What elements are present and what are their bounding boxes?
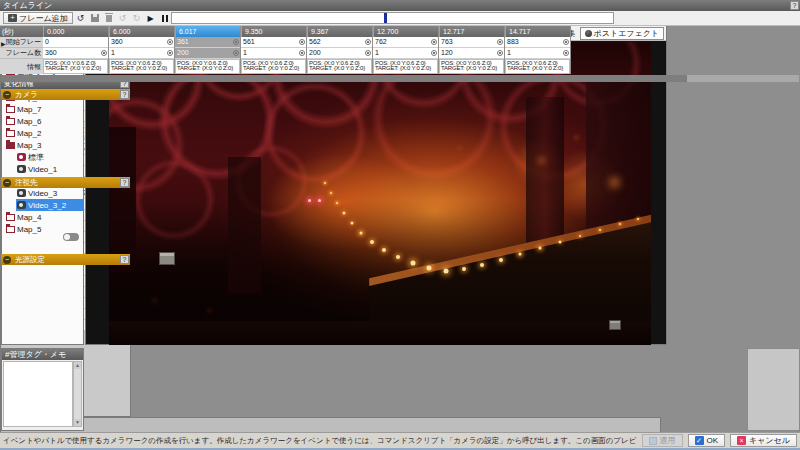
tree-item[interactable]: Map_3	[2, 139, 83, 151]
frame-count-cell[interactable]: 200	[307, 48, 372, 59]
info-cell[interactable]: POS: {X:0 Y:0.6 Z:0} TARGET: {X:0 Y:0 Z:…	[308, 60, 371, 73]
help-button[interactable]: ?	[120, 178, 129, 187]
history-button[interactable]: ↺	[75, 12, 87, 24]
tree-item-label: 標準	[28, 152, 44, 163]
start-frame-cell[interactable]: 0	[43, 37, 108, 48]
clock-icon[interactable]	[431, 50, 437, 56]
timeline-column: 12.717 763 120 POS: {X:0 Y:0.6 Z:0} TARG…	[439, 26, 505, 74]
tree-item[interactable]: Map_4	[2, 211, 83, 223]
play-button[interactable]: ▶	[145, 12, 157, 24]
start-frame-cell[interactable]: 562	[307, 37, 372, 48]
video-camera-icon	[17, 201, 26, 209]
tree-item[interactable]: Map_6	[2, 115, 83, 127]
folder-icon	[6, 226, 15, 233]
start-frame-cell[interactable]: 360	[109, 37, 174, 48]
collapse-icon[interactable]	[3, 91, 11, 99]
undo-button[interactable]: ↺	[117, 12, 129, 24]
frame-count-cell[interactable]: 1	[373, 48, 438, 59]
collapse-icon[interactable]	[3, 179, 11, 187]
info-cell[interactable]: POS: {X:0 Y:0.6 Z:0} TARGET: {X:0 Y:0 Z:…	[440, 60, 503, 73]
column-time-header[interactable]: 12.717	[439, 26, 504, 37]
scroll-up-icon[interactable]: ▲	[74, 362, 81, 369]
tree-item[interactable]: 標準	[2, 151, 83, 163]
light-section-header[interactable]: 光源設定?	[1, 254, 130, 265]
frame-count-cell[interactable]: 360	[43, 48, 108, 59]
clock-icon[interactable]	[167, 39, 173, 45]
clock-icon[interactable]	[497, 50, 503, 56]
tree-item[interactable]: Map_2	[2, 127, 83, 139]
start-frame-cell[interactable]: 763	[439, 37, 504, 48]
memo-textarea[interactable]	[3, 361, 73, 427]
save-button[interactable]	[89, 12, 101, 24]
help-button[interactable]: ?	[120, 90, 129, 99]
tree-item-label: Video_1	[28, 165, 57, 174]
column-time-header[interactable]: 6.017	[175, 26, 240, 37]
memo-scrollbar[interactable]: ▲ ▼	[73, 361, 82, 427]
frame-count-cell[interactable]: 1	[505, 48, 570, 59]
timeline-header: タイムライン?	[0, 0, 800, 11]
frame-count-cell[interactable]: 200	[175, 48, 240, 59]
scroll-down-icon[interactable]: ▼	[74, 419, 81, 426]
tree-item[interactable]: Map_7	[2, 103, 83, 115]
info-cell[interactable]: POS: {X:0 Y:0.6 Z:0} TARGET: {X:0 Y:0 Z:…	[44, 60, 107, 73]
cancel-button[interactable]: キャンセル	[730, 434, 797, 447]
help-button[interactable]: ?	[790, 1, 799, 10]
toggle-switch[interactable]	[63, 233, 79, 241]
info-cell[interactable]: POS: {X:0 Y:0.6 Z:0} TARGET: {X:0 Y:0 Z:…	[506, 60, 569, 73]
clock-icon[interactable]	[233, 50, 239, 56]
clock-icon[interactable]	[167, 50, 173, 56]
timeline-horizontal-scrollbar[interactable]	[1, 75, 799, 82]
ok-button[interactable]: OK	[688, 434, 726, 447]
folder-icon	[6, 214, 15, 221]
preview-canvas[interactable]	[86, 41, 666, 344]
start-frame-cell[interactable]: 561	[241, 37, 306, 48]
scene-floor	[109, 321, 651, 345]
clock-icon[interactable]	[365, 50, 371, 56]
camera-section-header[interactable]: カメラ?	[1, 89, 130, 100]
playhead[interactable]	[384, 13, 387, 23]
column-time-header[interactable]: 0.000	[43, 26, 108, 37]
tree-item[interactable]: Video_1	[2, 163, 83, 175]
info-cell[interactable]: POS: {X:0 Y:0.6 Z:0} TARGET: {X:0 Y:0 Z:…	[110, 60, 173, 73]
column-time-header[interactable]: 14.717	[505, 26, 570, 37]
clock-icon[interactable]	[563, 39, 569, 45]
start-frame-cell[interactable]: 883	[505, 37, 570, 48]
redo-button[interactable]: ↻	[131, 12, 143, 24]
column-time-header[interactable]: 9.350	[241, 26, 306, 37]
clock-icon[interactable]	[233, 39, 239, 45]
scrollbar-thumb[interactable]	[1, 75, 687, 82]
tree-item-label: Map_3	[17, 141, 41, 150]
column-time-header[interactable]: 6.000	[109, 26, 174, 37]
tree-item[interactable]: Video_3	[2, 187, 83, 199]
clock-icon[interactable]	[101, 50, 107, 56]
timeline-track[interactable]	[171, 12, 614, 24]
tree-item-selected[interactable]: Video_3_2	[2, 199, 83, 211]
timeline-column: 6.000 360 1 POS: {X:0 Y:0.6 Z:0} TARGET:…	[109, 26, 175, 74]
frame-count-cell[interactable]: 120	[439, 48, 504, 59]
tree-item-label: Map_2	[17, 129, 41, 138]
add-frame-button[interactable]: フレーム追加	[3, 12, 73, 24]
clock-icon[interactable]	[497, 39, 503, 45]
clock-icon[interactable]	[299, 39, 305, 45]
column-time-header[interactable]: 9.367	[307, 26, 372, 37]
start-frame-cell[interactable]: 762	[373, 37, 438, 48]
clock-icon[interactable]	[431, 39, 437, 45]
collapse-icon[interactable]	[3, 256, 11, 264]
clock-icon[interactable]	[365, 39, 371, 45]
folder-open-icon	[6, 142, 15, 149]
column-time-header[interactable]: 12.700	[373, 26, 438, 37]
apply-button[interactable]: 適用	[642, 434, 683, 447]
frame-count-cell[interactable]: 1	[109, 48, 174, 59]
start-frame-cell[interactable]: 361	[175, 37, 240, 48]
info-cell[interactable]: POS: {X:0 Y:0.6 Z:0} TARGET: {X:0 Y:0 Z:…	[176, 60, 239, 73]
clock-icon[interactable]	[299, 50, 305, 56]
help-button[interactable]: ?	[120, 255, 129, 264]
frame-count-cell[interactable]: 1	[241, 48, 306, 59]
undo-icon: ↺	[119, 13, 127, 23]
focus-section-header[interactable]: 注視先?	[1, 177, 130, 188]
info-cell[interactable]: POS: {X:0 Y:0.6 Z:0} TARGET: {X:0 Y:0 Z:…	[374, 60, 437, 73]
info-cell[interactable]: POS: {X:0 Y:0.6 Z:0} TARGET: {X:0 Y:0 Z:…	[242, 60, 305, 73]
clock-icon[interactable]	[563, 50, 569, 56]
pause-button[interactable]	[159, 12, 171, 24]
delete-button[interactable]	[103, 12, 115, 24]
